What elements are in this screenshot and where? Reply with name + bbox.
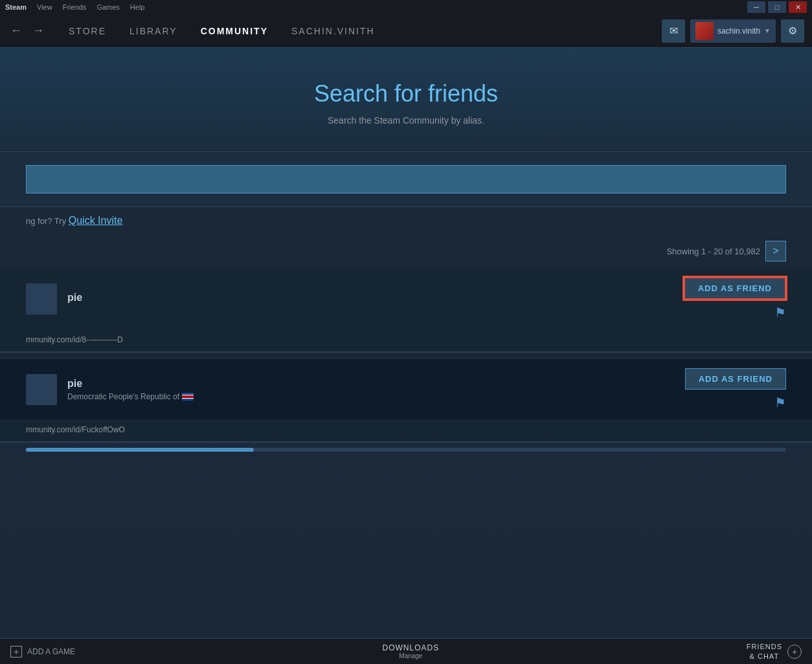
settings-icon: ⚙ (788, 25, 797, 37)
close-button[interactable]: ✕ (789, 1, 807, 13)
result-info: pie (67, 292, 673, 306)
nav-arrows: ← → (8, 21, 47, 40)
menu-view[interactable]: View (37, 3, 52, 11)
downloads-section[interactable]: DOWNLOADS Manage (85, 639, 736, 664)
list-item: pie Democratic People's Republic of ADD … (0, 359, 812, 443)
hero-section: Search for friends Search the Steam Comm… (0, 48, 812, 152)
result-detail-row: mmunity.com/id/8------------D (0, 329, 812, 352)
menu-friends[interactable]: Friends (63, 3, 87, 11)
flag-button[interactable]: ⚑ (774, 305, 786, 320)
avatar (26, 374, 57, 405)
maximize-button[interactable]: □ (768, 1, 786, 13)
results-header: Showing 1 - 20 of 10,982 > (0, 234, 812, 268)
downloads-sub-label: Manage (399, 652, 422, 659)
flag-icon: ⚑ (774, 305, 786, 320)
add-friend-button[interactable]: ADD AS FRIEND (685, 368, 786, 390)
search-bar-container (0, 152, 812, 207)
add-game-label: ADD A GAME (27, 647, 75, 656)
message-icon: ✉ (670, 25, 678, 37)
title-bar: Steam View Friends Games Help ─ □ ✕ (0, 0, 812, 14)
avatar-image (695, 22, 714, 40)
menu-steam[interactable]: Steam (5, 3, 27, 11)
nk-flag-icon (182, 393, 194, 401)
list-item: pie ADD AS FRIEND ⚑ mmunity.com/id/8----… (0, 268, 812, 353)
main-content: Search for friends Search the Steam Comm… (0, 48, 812, 638)
page-title: Search for friends (0, 80, 812, 107)
forward-button[interactable]: → (30, 21, 47, 40)
user-profile-badge[interactable]: sachin.vinith ▼ (690, 19, 776, 43)
flag-button[interactable]: ⚑ (774, 395, 786, 410)
minimize-button[interactable]: ─ (747, 1, 765, 13)
dropdown-arrow-icon: ▼ (764, 27, 771, 34)
result-actions: ADD AS FRIEND ⚑ (685, 368, 786, 410)
results-count: Showing 1 - 20 of 10,982 (666, 247, 760, 256)
scroll-thumb[interactable] (26, 448, 254, 452)
scroll-bar (26, 448, 786, 453)
window-controls: ─ □ ✕ (747, 1, 807, 13)
result-item-row: pie ADD AS FRIEND ⚑ (0, 268, 812, 329)
result-url: mmunity.com/id/8------------D (26, 335, 123, 344)
next-page-button[interactable]: > (765, 241, 786, 261)
bottom-bar: + ADD A GAME DOWNLOADS Manage FRIENDS& C… (0, 638, 812, 664)
titlebar-menu: Steam View Friends Games Help (5, 3, 144, 11)
result-name: pie (67, 378, 675, 390)
location-text: Democratic People's Republic of (67, 392, 179, 401)
menu-games[interactable]: Games (96, 3, 119, 11)
search-input[interactable] (26, 165, 786, 194)
friends-chat-label: FRIENDS& CHAT (747, 642, 782, 661)
quick-invite-prefix: ng for? Try (26, 216, 69, 226)
add-game-section[interactable]: + ADD A GAME (0, 639, 85, 664)
nav-library[interactable]: LIBRARY (118, 14, 189, 48)
result-name: pie (67, 292, 673, 304)
navigation-bar: ← → STORE LIBRARY COMMUNITY SACHIN.VINIT… (0, 14, 812, 48)
quick-invite-link[interactable]: Quick Invite (69, 215, 123, 226)
results-list: pie ADD AS FRIEND ⚑ mmunity.com/id/8----… (0, 268, 812, 443)
flag-icon: ⚑ (774, 395, 786, 410)
result-actions: ADD AS FRIEND ⚑ (684, 277, 786, 320)
add-friend-icon: + (787, 645, 802, 659)
quick-invite-bar: ng for? Try Quick Invite (0, 207, 812, 234)
add-game-icon: + (10, 646, 22, 658)
menu-help[interactable]: Help (130, 3, 145, 11)
avatar (26, 283, 57, 315)
result-detail-row: mmunity.com/id/FuckoffOwO (0, 419, 812, 442)
scroll-track (26, 448, 786, 452)
result-url: mmunity.com/id/FuckoffOwO (26, 425, 125, 434)
result-item-row: pie Democratic People's Republic of ADD … (0, 359, 812, 419)
nav-store[interactable]: STORE (57, 14, 118, 48)
result-info: pie Democratic People's Republic of (67, 378, 675, 401)
settings-icon-button[interactable]: ⚙ (781, 19, 804, 43)
downloads-label: DOWNLOADS (383, 643, 440, 652)
nav-right-section: ✉ sachin.vinith ▼ ⚙ (662, 19, 804, 43)
nav-community[interactable]: COMMUNITY (189, 14, 280, 48)
back-button[interactable]: ← (8, 21, 25, 40)
notification-icon-button[interactable]: ✉ (662, 19, 685, 43)
nav-username[interactable]: SACHIN.VINITH (280, 14, 387, 48)
page-subtitle: Search the Steam Community by alias. (0, 115, 812, 126)
avatar (695, 22, 714, 40)
friends-chat-section[interactable]: FRIENDS& CHAT + (736, 639, 812, 664)
username-label: sachin.vinith (717, 27, 760, 36)
result-location: Democratic People's Republic of (67, 392, 675, 401)
add-friend-button[interactable]: ADD AS FRIEND (684, 277, 786, 300)
